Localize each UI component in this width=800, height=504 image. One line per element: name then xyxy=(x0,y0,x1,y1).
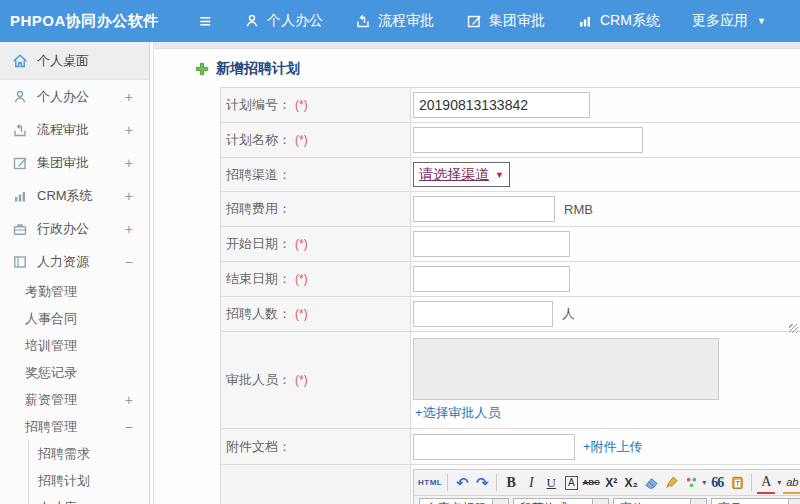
app-logo: PHPOA协同办公软件 xyxy=(0,12,188,31)
superscript-button[interactable]: X² xyxy=(602,473,620,493)
required-marker: (*) xyxy=(295,98,308,112)
expand-plus-icon[interactable]: + xyxy=(125,188,133,204)
collapse-minus-icon[interactable]: − xyxy=(125,419,133,435)
sidebar-item-admin-office[interactable]: 行政办公 + xyxy=(0,212,149,245)
top-nav-personal-office[interactable]: 个人办公 xyxy=(244,12,323,30)
sidebar-item-label: 招聘管理 xyxy=(25,418,77,436)
caret-down-icon[interactable]: ▾ xyxy=(777,478,781,487)
top-nav-crm[interactable]: CRM系统 xyxy=(577,12,660,30)
toolbar-separator xyxy=(447,474,448,491)
approvers-textarea[interactable] xyxy=(413,338,719,400)
edit-icon xyxy=(12,155,28,171)
paragraph-format-combo[interactable]: 段落格式 ▾ xyxy=(513,498,609,504)
italic-button[interactable]: I xyxy=(522,473,540,493)
sidebar-item-rewards[interactable]: 奖惩记录 xyxy=(0,359,149,386)
svg-text:T: T xyxy=(736,480,740,487)
combo-label: 自定义标题 xyxy=(420,499,492,504)
form-row-headcount: 招聘人数： (*) 人 xyxy=(221,297,800,332)
expand-plus-icon[interactable]: + xyxy=(125,122,133,138)
end-date-input[interactable] xyxy=(413,266,570,292)
start-date-input[interactable] xyxy=(413,231,570,257)
sidebar-item-recruit-mgmt[interactable]: 招聘管理 − xyxy=(0,413,149,440)
menu-toggle-icon[interactable]: ≡ xyxy=(188,10,222,33)
text-style-button[interactable]: A xyxy=(565,476,578,490)
sidebar-item-salary[interactable]: 薪资管理 + xyxy=(0,386,149,413)
html-source-button[interactable]: HTML xyxy=(418,473,442,493)
paste-icon[interactable]: T xyxy=(728,473,746,493)
blockquote-button[interactable]: 66 xyxy=(708,473,726,493)
font-color-button[interactable]: A xyxy=(757,472,775,494)
field-label-text: 审批人员： xyxy=(226,371,291,389)
collapse-minus-icon[interactable]: − xyxy=(125,254,133,270)
top-nav-more-apps[interactable]: 更多应用 ▼ xyxy=(692,12,766,30)
sidebar-item-recruit-demand[interactable]: 招聘需求 xyxy=(29,440,149,467)
field-label-text: 计划名称： xyxy=(226,131,291,149)
resize-handle[interactable] xyxy=(789,324,798,333)
sidebar-item-recruit-plan[interactable]: 招聘计划 xyxy=(29,467,149,494)
field-label-text: 结束日期： xyxy=(226,270,291,288)
expand-plus-icon[interactable]: + xyxy=(125,89,133,105)
top-nav-label: 个人办公 xyxy=(267,12,323,30)
main-content: 新增招聘计划 计划编号： (*) 计划名称： (*) 招聘渠道： xyxy=(153,42,800,504)
field-label-text: 附件文档： xyxy=(226,438,291,456)
sidebar-item-group-approval[interactable]: 集团审批 + xyxy=(0,146,149,179)
plan-name-input[interactable] xyxy=(413,127,643,153)
field-label: 招聘人数： (*) xyxy=(221,297,411,331)
field-label xyxy=(221,465,411,504)
subscript-button[interactable]: X₂ xyxy=(622,473,640,493)
sidebar-item-attendance[interactable]: 考勤管理 xyxy=(0,278,149,305)
headcount-input[interactable] xyxy=(413,301,553,327)
choose-approvers-link[interactable]: +选择审批人员 xyxy=(415,404,501,422)
field-value-cell: 人 xyxy=(411,297,800,331)
field-label-text: 开始日期： xyxy=(226,235,291,253)
plan-number-input[interactable] xyxy=(413,92,590,118)
sidebar-item-talent-pool[interactable]: 人才库 xyxy=(29,494,149,504)
top-nav-group-approval[interactable]: 集团审批 xyxy=(466,12,545,30)
redo-icon[interactable]: ↷ xyxy=(473,473,491,493)
sidebar-item-hr-contract[interactable]: 人事合同 xyxy=(0,305,149,332)
caret-down-icon[interactable]: ▾ xyxy=(702,478,706,487)
top-nav-label: 集团审批 xyxy=(489,12,545,30)
strikethrough-button[interactable]: ABC xyxy=(582,473,600,493)
form-row-editor: HTML ↶ ↷ B I U A ABC X² X₂ xyxy=(221,465,800,504)
sidebar-item-workflow-approval[interactable]: 流程审批 + xyxy=(0,113,149,146)
highlight-color-button[interactable]: ab xyxy=(783,472,800,494)
undo-icon[interactable]: ↶ xyxy=(453,473,471,493)
font-size-combo[interactable]: 字号 ▾ xyxy=(711,498,800,504)
sidebar: 个人桌面 个人办公 + 流程审批 + 集团审批 + CRM系统 + 行政办公 +… xyxy=(0,42,150,504)
person-icon xyxy=(12,89,28,105)
form-row-plan-number: 计划编号： (*) xyxy=(221,88,800,123)
format-brush-icon[interactable] xyxy=(662,473,680,493)
top-nav-workflow-approval[interactable]: 流程审批 xyxy=(355,12,434,30)
field-label: 开始日期： (*) xyxy=(221,227,411,261)
channel-select[interactable]: 请选择渠道 ▼ xyxy=(413,162,510,187)
combo-label: 字体 xyxy=(614,499,690,504)
sidebar-item-crm[interactable]: CRM系统 + xyxy=(0,179,149,212)
currency-unit: RMB xyxy=(564,202,593,217)
recruit-cost-input[interactable] xyxy=(413,196,555,222)
font-family-combo[interactable]: 字体 ▾ xyxy=(613,498,707,504)
field-label-text: 招聘渠道： xyxy=(226,166,291,184)
sidebar-item-personal-desktop[interactable]: 个人桌面 xyxy=(0,42,149,80)
required-marker: (*) xyxy=(295,133,308,147)
sidebar-item-hr[interactable]: 人力资源 − xyxy=(0,245,149,278)
bold-button[interactable]: B xyxy=(502,473,520,493)
custom-title-combo[interactable]: 自定义标题 ▾ xyxy=(419,498,509,504)
expand-plus-icon[interactable]: + xyxy=(125,392,133,408)
expand-plus-icon[interactable]: + xyxy=(125,221,133,237)
top-nav: 个人办公 流程审批 集团审批 CRM系统 更多应用 ▼ xyxy=(244,12,766,30)
person-icon xyxy=(244,13,260,29)
sidebar-item-label: 培训管理 xyxy=(25,337,77,355)
sidebar-item-personal-office[interactable]: 个人办公 + xyxy=(0,80,149,113)
caret-down-icon: ▾ xyxy=(690,499,706,504)
caret-down-icon: ▾ xyxy=(788,499,800,504)
format-painter-icon[interactable] xyxy=(682,473,700,493)
underline-button[interactable]: U xyxy=(542,473,560,493)
sidebar-item-training[interactable]: 培训管理 xyxy=(0,332,149,359)
expand-plus-icon[interactable]: + xyxy=(125,155,133,171)
form-row-recruit-cost: 招聘费用： RMB xyxy=(221,192,800,227)
field-label-text: 计划编号： xyxy=(226,96,291,114)
eraser-icon[interactable] xyxy=(642,473,660,493)
attachment-upload-link[interactable]: +附件上传 xyxy=(583,438,643,456)
attachment-input[interactable] xyxy=(413,434,575,460)
